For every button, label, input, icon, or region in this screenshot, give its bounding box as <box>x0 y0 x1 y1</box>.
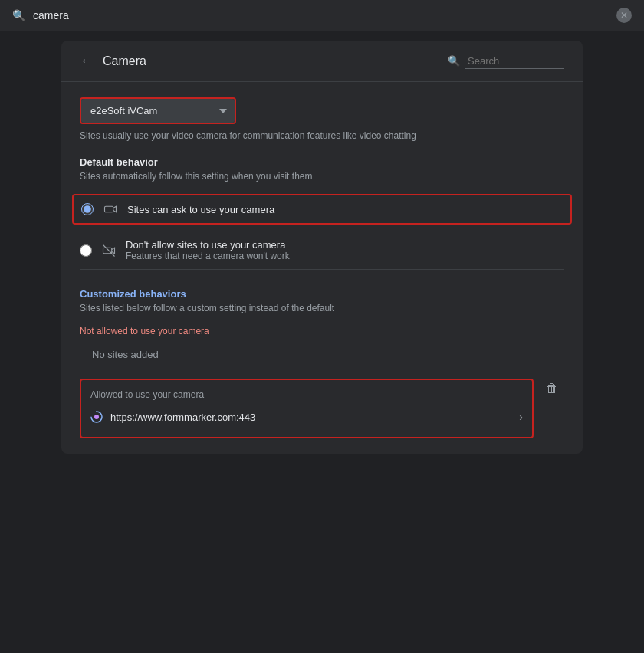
default-behavior-subtitle: Sites automatically follow this setting … <box>80 171 564 182</box>
no-sites-label: No sites added <box>80 343 564 366</box>
delete-site-button[interactable]: 🗑 <box>540 379 564 399</box>
panel-body: e2eSoft iVCam Default Camera Integrated … <box>61 82 583 454</box>
header-search: 🔍 <box>448 54 564 69</box>
allow-camera-label: Sites can ask to use your camera <box>127 204 274 215</box>
site-favicon <box>90 411 103 423</box>
allow-camera-text: Sites can ask to use your camera <box>127 204 274 215</box>
camera-select[interactable]: e2eSoft iVCam Default Camera Integrated … <box>81 99 235 123</box>
header-left: ← Camera <box>80 53 146 69</box>
delete-icon: 🗑 <box>546 382 558 395</box>
site-arrow-icon: › <box>519 411 523 423</box>
camera-select-wrapper: e2eSoft iVCam Default Camera Integrated … <box>80 97 236 124</box>
default-behavior-title: Default behavior <box>80 156 564 168</box>
site-url: https://www.formmarker.com:443 <box>110 412 511 423</box>
allow-camera-option[interactable]: Sites can ask to use your camera <box>72 194 572 225</box>
camera-icon <box>103 202 118 217</box>
block-camera-label: Don't allow sites to use your camera <box>126 239 290 251</box>
allowed-section: Allowed to use your camera https://www <box>80 379 534 438</box>
camera-description: Sites usually use your video camera for … <box>80 130 564 141</box>
main-wrapper: ← Camera 🔍 e2eSoft iVCam Default Camera … <box>0 31 644 454</box>
top-search-icon: 🔍 <box>12 9 25 21</box>
clear-icon: ✕ <box>620 10 628 21</box>
divider-1 <box>80 228 564 228</box>
page-title: Camera <box>103 54 146 68</box>
customized-behaviors-section: Customized behaviors Sites listed below … <box>80 288 564 438</box>
customized-behaviors-subtitle: Sites listed below follow a custom setti… <box>80 303 564 313</box>
top-clear-button[interactable]: ✕ <box>616 8 632 23</box>
back-button[interactable]: ← <box>80 53 94 69</box>
svg-point-4 <box>94 415 99 419</box>
block-camera-sublabel: Features that need a camera won't work <box>126 251 290 261</box>
header-search-input[interactable] <box>465 54 564 69</box>
svg-rect-0 <box>105 206 113 212</box>
svg-line-2 <box>104 244 115 256</box>
customized-behaviors-title: Customized behaviors <box>80 288 564 300</box>
back-icon: ← <box>80 53 94 69</box>
block-camera-option[interactable]: Don't allow sites to use your camera Fea… <box>80 231 564 270</box>
block-camera-text: Don't allow sites to use your camera Fea… <box>126 239 290 261</box>
content-panel: ← Camera 🔍 e2eSoft iVCam Default Camera … <box>61 41 583 454</box>
allow-camera-radio[interactable] <box>81 203 94 215</box>
camera-blocked-icon <box>101 243 117 258</box>
allowed-section-title: Allowed to use your camera <box>90 389 523 400</box>
top-search-input[interactable] <box>33 9 609 21</box>
block-camera-radio[interactable] <box>80 244 92 257</box>
top-search-bar: 🔍 ✕ <box>0 0 644 31</box>
site-row[interactable]: https://www.formmarker.com:443 › <box>90 406 523 428</box>
allowed-inner: Allowed to use your camera https://www <box>90 389 523 428</box>
not-allowed-title: Not allowed to use your camera <box>80 326 564 336</box>
header-search-icon: 🔍 <box>448 55 460 67</box>
panel-header: ← Camera 🔍 <box>61 41 583 82</box>
